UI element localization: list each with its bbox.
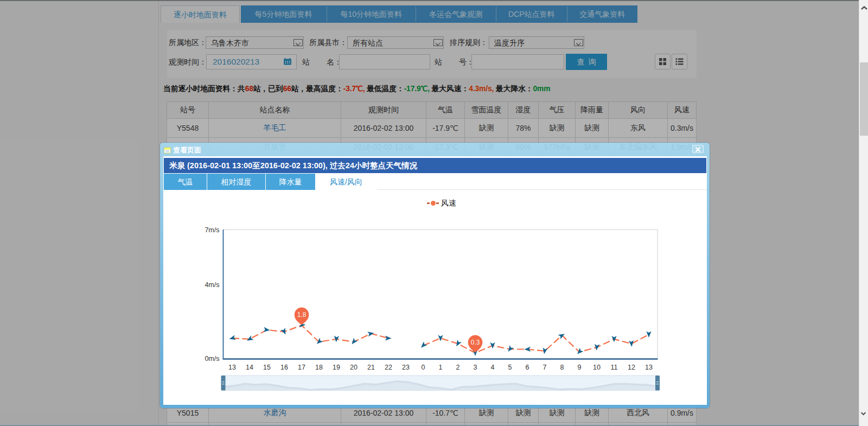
svg-text:20: 20 — [350, 364, 358, 371]
svg-text:1: 1 — [439, 364, 443, 371]
svg-text:23: 23 — [402, 364, 410, 371]
svg-text:12: 12 — [628, 364, 635, 371]
svg-text:14: 14 — [246, 364, 253, 371]
svg-text:8: 8 — [560, 364, 564, 371]
svg-text:21: 21 — [367, 364, 375, 371]
svg-text:19: 19 — [333, 364, 340, 371]
svg-text:5: 5 — [508, 364, 512, 371]
svg-text:22: 22 — [385, 364, 392, 371]
svg-text:18: 18 — [315, 364, 323, 371]
svg-text:2: 2 — [456, 364, 460, 371]
svg-text:1.8: 1.8 — [297, 311, 307, 319]
svg-text:17: 17 — [298, 364, 305, 371]
svg-text:3: 3 — [474, 364, 477, 371]
svg-text:7m/s: 7m/s — [205, 226, 219, 234]
svg-text:7: 7 — [543, 364, 547, 371]
svg-text:6: 6 — [526, 364, 529, 371]
svg-text:0.3: 0.3 — [471, 339, 480, 346]
svg-text:10: 10 — [593, 364, 601, 371]
svg-text:13: 13 — [228, 364, 236, 371]
svg-text:15: 15 — [263, 364, 271, 371]
svg-text:0m/s: 0m/s — [205, 355, 219, 363]
svg-text:0: 0 — [422, 364, 425, 371]
svg-text:16: 16 — [280, 364, 288, 371]
svg-text:11: 11 — [611, 364, 618, 371]
svg-text:4: 4 — [491, 364, 495, 371]
svg-text:9: 9 — [578, 364, 582, 371]
svg-text:13: 13 — [645, 364, 653, 371]
svg-text:4m/s: 4m/s — [205, 281, 219, 289]
